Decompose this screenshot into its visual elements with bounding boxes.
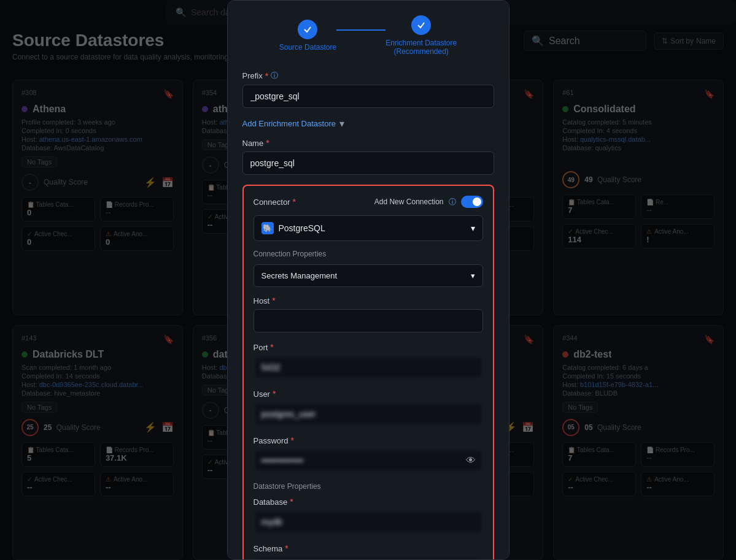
eye-icon[interactable]: 👁 bbox=[466, 455, 476, 466]
database-input[interactable] bbox=[254, 510, 483, 534]
required-indicator: * bbox=[290, 497, 293, 507]
port-group: Port * bbox=[254, 342, 483, 379]
step-connector bbox=[336, 29, 385, 31]
user-label: User * bbox=[254, 389, 483, 399]
password-wrap: 👁 bbox=[254, 449, 483, 472]
schema-label: Schema * bbox=[254, 543, 483, 553]
name-label: Name * bbox=[242, 138, 494, 148]
required-indicator: * bbox=[273, 389, 276, 399]
password-label: Password * bbox=[254, 435, 483, 445]
name-input[interactable] bbox=[242, 152, 494, 175]
step2-label: Enrichment Datastore(Recommended) bbox=[385, 39, 457, 56]
connector-value: PostgreSQL bbox=[279, 223, 325, 233]
prefix-group: Prefix * ⓘ bbox=[242, 71, 494, 108]
prefix-input[interactable] bbox=[242, 85, 494, 108]
host-input[interactable] bbox=[254, 309, 483, 332]
user-group: User * bbox=[254, 389, 483, 426]
step1-circle bbox=[298, 20, 317, 39]
connector-section: Connector * Add New Connection ⓘ 🐘 Postg… bbox=[242, 185, 494, 560]
schema-input[interactable] bbox=[254, 557, 483, 560]
secrets-value: Secrets Management bbox=[261, 271, 338, 280]
connector-label: Connector * bbox=[254, 197, 296, 207]
add-connection-toggle[interactable] bbox=[461, 196, 483, 208]
info-icon[interactable]: ⓘ bbox=[271, 71, 278, 81]
port-label: Port * bbox=[254, 342, 483, 352]
enrichment-label: Add Enrichment Datastore bbox=[242, 119, 336, 128]
host-label: Host * bbox=[254, 296, 483, 305]
schema-group: Schema * bbox=[254, 543, 483, 560]
secrets-select[interactable]: Secrets Management ▾ bbox=[254, 264, 483, 287]
required-indicator: * bbox=[285, 543, 288, 553]
add-connection: Add New Connection ⓘ bbox=[374, 196, 483, 208]
ds-props-title: Datastore Properties bbox=[254, 482, 483, 491]
add-datastore-modal: Source Datastore Enrichment Datastore(Re… bbox=[227, 0, 509, 560]
required-indicator: * bbox=[270, 342, 273, 352]
info-icon[interactable]: ⓘ bbox=[449, 197, 456, 207]
chevron-down-icon: ▾ bbox=[339, 118, 344, 129]
connector-header: Connector * Add New Connection ⓘ bbox=[254, 196, 483, 208]
conn-props-title: Connection Properties bbox=[254, 250, 483, 258]
postgresql-icon: 🐘 bbox=[261, 222, 274, 234]
required-indicator: * bbox=[292, 197, 295, 207]
host-group: Host * bbox=[254, 296, 483, 332]
password-group: Password * 👁 bbox=[254, 435, 483, 472]
user-input[interactable] bbox=[254, 402, 483, 426]
required-indicator: * bbox=[265, 71, 268, 81]
step-1: Source Datastore bbox=[279, 20, 336, 52]
chevron-down-icon: ▾ bbox=[471, 223, 475, 233]
stepper: Source Datastore Enrichment Datastore(Re… bbox=[242, 15, 494, 56]
prefix-label: Prefix * ⓘ bbox=[242, 71, 494, 81]
step1-label: Source Datastore bbox=[279, 43, 336, 52]
chevron-down-icon: ▾ bbox=[471, 271, 475, 280]
port-input[interactable] bbox=[254, 356, 483, 379]
required-indicator: * bbox=[291, 435, 294, 445]
database-group: Database * bbox=[254, 497, 483, 534]
required-indicator: * bbox=[272, 296, 275, 305]
enrichment-toggle[interactable]: Add Enrichment Datastore ▾ bbox=[242, 118, 494, 129]
name-group: Name * bbox=[242, 138, 494, 175]
step-2: Enrichment Datastore(Recommended) bbox=[385, 15, 457, 56]
password-input[interactable] bbox=[254, 449, 483, 472]
connector-select[interactable]: 🐘 PostgreSQL ▾ bbox=[254, 215, 483, 241]
step2-circle bbox=[411, 15, 431, 35]
database-label: Database * bbox=[254, 497, 483, 507]
required-indicator: * bbox=[266, 138, 269, 148]
